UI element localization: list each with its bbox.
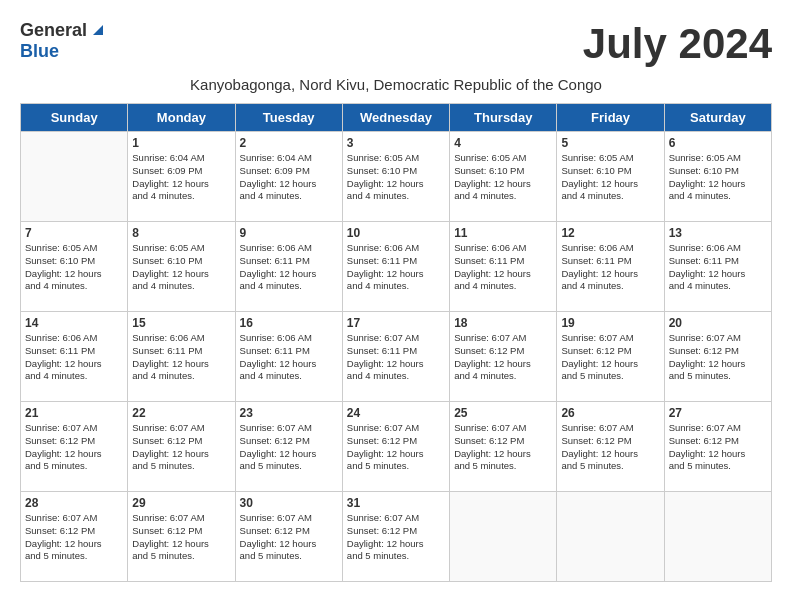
logo-icon [89,21,107,39]
day-header-thursday: Thursday [450,104,557,132]
day-number: 29 [132,496,230,510]
day-number: 8 [132,226,230,240]
day-info: Sunrise: 6:07 AMSunset: 6:12 PMDaylight:… [454,422,552,473]
day-info: Sunrise: 6:07 AMSunset: 6:12 PMDaylight:… [347,512,445,563]
calendar-cell: 23Sunrise: 6:07 AMSunset: 6:12 PMDayligh… [235,402,342,492]
day-number: 27 [669,406,767,420]
calendar-cell: 16Sunrise: 6:06 AMSunset: 6:11 PMDayligh… [235,312,342,402]
day-number: 11 [454,226,552,240]
day-info: Sunrise: 6:07 AMSunset: 6:12 PMDaylight:… [561,422,659,473]
day-info: Sunrise: 6:06 AMSunset: 6:11 PMDaylight:… [240,242,338,293]
calendar-cell: 31Sunrise: 6:07 AMSunset: 6:12 PMDayligh… [342,492,449,582]
day-info: Sunrise: 6:07 AMSunset: 6:12 PMDaylight:… [669,422,767,473]
week-row-4: 21Sunrise: 6:07 AMSunset: 6:12 PMDayligh… [21,402,772,492]
calendar-cell: 26Sunrise: 6:07 AMSunset: 6:12 PMDayligh… [557,402,664,492]
day-header-monday: Monday [128,104,235,132]
week-row-2: 7Sunrise: 6:05 AMSunset: 6:10 PMDaylight… [21,222,772,312]
calendar-cell: 17Sunrise: 6:07 AMSunset: 6:11 PMDayligh… [342,312,449,402]
day-info: Sunrise: 6:06 AMSunset: 6:11 PMDaylight:… [347,242,445,293]
calendar-cell: 8Sunrise: 6:05 AMSunset: 6:10 PMDaylight… [128,222,235,312]
day-number: 10 [347,226,445,240]
day-number: 16 [240,316,338,330]
day-info: Sunrise: 6:07 AMSunset: 6:11 PMDaylight:… [347,332,445,383]
calendar-cell: 15Sunrise: 6:06 AMSunset: 6:11 PMDayligh… [128,312,235,402]
day-number: 17 [347,316,445,330]
calendar-cell: 2Sunrise: 6:04 AMSunset: 6:09 PMDaylight… [235,132,342,222]
calendar-cell: 14Sunrise: 6:06 AMSunset: 6:11 PMDayligh… [21,312,128,402]
location-title: Kanyobagonga, Nord Kivu, Democratic Repu… [20,76,772,93]
day-info: Sunrise: 6:07 AMSunset: 6:12 PMDaylight:… [240,422,338,473]
calendar-cell: 12Sunrise: 6:06 AMSunset: 6:11 PMDayligh… [557,222,664,312]
calendar-cell [664,492,771,582]
calendar-cell: 30Sunrise: 6:07 AMSunset: 6:12 PMDayligh… [235,492,342,582]
day-number: 22 [132,406,230,420]
day-info: Sunrise: 6:04 AMSunset: 6:09 PMDaylight:… [132,152,230,203]
day-info: Sunrise: 6:06 AMSunset: 6:11 PMDaylight:… [25,332,123,383]
day-header-wednesday: Wednesday [342,104,449,132]
day-info: Sunrise: 6:06 AMSunset: 6:11 PMDaylight:… [454,242,552,293]
day-number: 3 [347,136,445,150]
day-number: 21 [25,406,123,420]
calendar-header-row: SundayMondayTuesdayWednesdayThursdayFrid… [21,104,772,132]
day-number: 26 [561,406,659,420]
calendar-cell: 10Sunrise: 6:06 AMSunset: 6:11 PMDayligh… [342,222,449,312]
month-title: July 2024 [583,20,772,68]
day-info: Sunrise: 6:05 AMSunset: 6:10 PMDaylight:… [454,152,552,203]
week-row-3: 14Sunrise: 6:06 AMSunset: 6:11 PMDayligh… [21,312,772,402]
calendar-cell: 13Sunrise: 6:06 AMSunset: 6:11 PMDayligh… [664,222,771,312]
day-number: 13 [669,226,767,240]
day-number: 4 [454,136,552,150]
day-number: 20 [669,316,767,330]
day-info: Sunrise: 6:07 AMSunset: 6:12 PMDaylight:… [669,332,767,383]
calendar-cell [21,132,128,222]
day-info: Sunrise: 6:05 AMSunset: 6:10 PMDaylight:… [561,152,659,203]
calendar-cell: 28Sunrise: 6:07 AMSunset: 6:12 PMDayligh… [21,492,128,582]
day-info: Sunrise: 6:07 AMSunset: 6:12 PMDaylight:… [561,332,659,383]
calendar-cell: 7Sunrise: 6:05 AMSunset: 6:10 PMDaylight… [21,222,128,312]
day-info: Sunrise: 6:07 AMSunset: 6:12 PMDaylight:… [132,422,230,473]
calendar-cell [450,492,557,582]
day-number: 6 [669,136,767,150]
day-number: 5 [561,136,659,150]
calendar-cell: 24Sunrise: 6:07 AMSunset: 6:12 PMDayligh… [342,402,449,492]
day-number: 18 [454,316,552,330]
day-info: Sunrise: 6:05 AMSunset: 6:10 PMDaylight:… [25,242,123,293]
day-info: Sunrise: 6:06 AMSunset: 6:11 PMDaylight:… [561,242,659,293]
calendar-cell: 27Sunrise: 6:07 AMSunset: 6:12 PMDayligh… [664,402,771,492]
calendar-cell: 19Sunrise: 6:07 AMSunset: 6:12 PMDayligh… [557,312,664,402]
day-header-friday: Friday [557,104,664,132]
day-info: Sunrise: 6:07 AMSunset: 6:12 PMDaylight:… [25,512,123,563]
day-number: 31 [347,496,445,510]
day-info: Sunrise: 6:06 AMSunset: 6:11 PMDaylight:… [669,242,767,293]
calendar-cell: 9Sunrise: 6:06 AMSunset: 6:11 PMDaylight… [235,222,342,312]
logo: General Blue [20,20,107,62]
svg-marker-0 [93,25,103,35]
calendar-cell: 21Sunrise: 6:07 AMSunset: 6:12 PMDayligh… [21,402,128,492]
calendar-cell [557,492,664,582]
calendar-cell: 18Sunrise: 6:07 AMSunset: 6:12 PMDayligh… [450,312,557,402]
day-info: Sunrise: 6:07 AMSunset: 6:12 PMDaylight:… [132,512,230,563]
day-info: Sunrise: 6:07 AMSunset: 6:12 PMDaylight:… [454,332,552,383]
calendar-cell: 5Sunrise: 6:05 AMSunset: 6:10 PMDaylight… [557,132,664,222]
day-header-saturday: Saturday [664,104,771,132]
day-number: 19 [561,316,659,330]
day-info: Sunrise: 6:05 AMSunset: 6:10 PMDaylight:… [132,242,230,293]
calendar-cell: 11Sunrise: 6:06 AMSunset: 6:11 PMDayligh… [450,222,557,312]
day-info: Sunrise: 6:04 AMSunset: 6:09 PMDaylight:… [240,152,338,203]
day-number: 2 [240,136,338,150]
day-number: 23 [240,406,338,420]
day-info: Sunrise: 6:05 AMSunset: 6:10 PMDaylight:… [669,152,767,203]
day-number: 25 [454,406,552,420]
day-number: 24 [347,406,445,420]
day-info: Sunrise: 6:07 AMSunset: 6:12 PMDaylight:… [347,422,445,473]
calendar-cell: 3Sunrise: 6:05 AMSunset: 6:10 PMDaylight… [342,132,449,222]
day-number: 28 [25,496,123,510]
day-number: 30 [240,496,338,510]
day-number: 15 [132,316,230,330]
day-info: Sunrise: 6:06 AMSunset: 6:11 PMDaylight:… [240,332,338,383]
day-info: Sunrise: 6:05 AMSunset: 6:10 PMDaylight:… [347,152,445,203]
calendar-cell: 1Sunrise: 6:04 AMSunset: 6:09 PMDaylight… [128,132,235,222]
day-number: 1 [132,136,230,150]
calendar-cell: 6Sunrise: 6:05 AMSunset: 6:10 PMDaylight… [664,132,771,222]
day-info: Sunrise: 6:07 AMSunset: 6:12 PMDaylight:… [25,422,123,473]
